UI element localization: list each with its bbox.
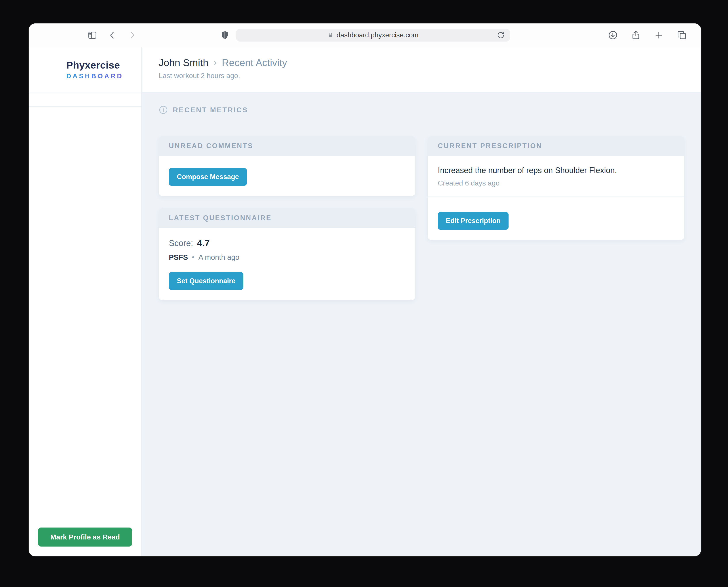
set-questionnaire-button[interactable]: Set Questionnaire	[169, 272, 243, 290]
zoom-window-icon[interactable]	[65, 32, 71, 38]
address-bar[interactable]: dashboard.phyxercise.com	[236, 29, 510, 42]
back-icon[interactable]	[107, 30, 117, 40]
compose-message-button[interactable]: Compose Message	[169, 168, 247, 186]
questionnaire-type: PSFS	[169, 253, 188, 262]
prescription-divider	[428, 196, 684, 197]
prescription-created: Created 6 days ago	[438, 179, 674, 187]
browser-window: dashboard.phyxercise.com	[29, 23, 701, 556]
unread-comments-header: UNREAD COMMENTS	[159, 136, 415, 156]
info-icon	[159, 105, 168, 115]
sidebar-nav	[29, 92, 142, 99]
breadcrumb: John Smith › Recent Activity	[159, 57, 684, 69]
minimize-window-icon[interactable]	[54, 32, 60, 38]
traffic-lights	[43, 32, 71, 38]
latest-questionnaire-panel: LATEST QUESTIONNAIRE Score: 4.7 PSFS •	[159, 208, 415, 300]
questionnaire-time: A month ago	[198, 253, 239, 262]
lock-icon	[328, 32, 334, 39]
sidebar-toggle-icon[interactable]	[87, 30, 97, 40]
dot-separator: •	[192, 253, 194, 262]
unread-comments-title: UNREAD COMMENTS	[169, 142, 253, 150]
url-text: dashboard.phyxercise.com	[337, 31, 418, 39]
unread-comments-panel: UNREAD COMMENTS Compose Message	[159, 136, 415, 196]
page-header: John Smith › Recent Activity Last workou…	[142, 47, 701, 92]
sidebar-divider	[29, 106, 142, 107]
sidebar: Phyxercise DASHBOARD Mark Profile as Rea…	[29, 47, 142, 556]
score-label: Score:	[169, 239, 193, 248]
logo-subtitle: DASHBOARD	[66, 72, 123, 80]
privacy-shield-icon[interactable]	[220, 30, 230, 40]
current-prescription-title: CURRENT PRESCRIPTION	[438, 142, 542, 150]
close-window-icon[interactable]	[43, 32, 49, 38]
mark-profile-read-button[interactable]: Mark Profile as Read	[38, 527, 132, 546]
chevron-right-icon: ›	[214, 58, 217, 67]
last-workout-subtitle: Last workout 2 hours ago.	[159, 72, 684, 80]
tab-overview-icon[interactable]	[677, 30, 687, 40]
downloads-icon[interactable]	[608, 30, 618, 40]
logo-title: Phyxercise	[66, 60, 123, 71]
recent-metrics-title: RECENT METRICS	[173, 106, 248, 114]
score-value: 4.7	[197, 238, 210, 248]
latest-questionnaire-title: LATEST QUESTIONNAIRE	[169, 214, 272, 222]
logo[interactable]: Phyxercise DASHBOARD	[29, 47, 142, 92]
new-tab-icon[interactable]	[654, 30, 664, 40]
forward-icon[interactable]	[127, 30, 137, 40]
current-prescription-header: CURRENT PRESCRIPTION	[428, 136, 684, 156]
browser-toolbar: dashboard.phyxercise.com	[29, 23, 701, 47]
phyxercise-logo-icon	[38, 58, 60, 81]
recent-metrics-label: RECENT METRICS	[159, 105, 684, 115]
breadcrumb-patient[interactable]: John Smith	[159, 57, 209, 69]
current-prescription-panel: CURRENT PRESCRIPTION Increased the numbe…	[428, 136, 684, 240]
reload-icon[interactable]	[496, 31, 505, 40]
share-icon[interactable]	[631, 30, 641, 40]
latest-questionnaire-header: LATEST QUESTIONNAIRE	[159, 208, 415, 228]
prescription-summary: Increased the number of reps on Shoulder…	[438, 166, 674, 175]
edit-prescription-button[interactable]: Edit Prescription	[438, 212, 509, 230]
breadcrumb-section: Recent Activity	[222, 57, 287, 69]
